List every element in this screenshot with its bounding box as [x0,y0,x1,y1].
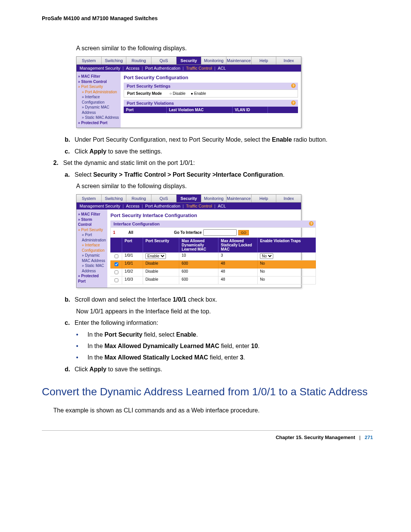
help-icon[interactable]: ? [291,83,296,88]
step-2c: Enter the following information: [75,319,373,327]
tab-monitoring[interactable]: Monitoring [201,195,226,202]
cell-portsec: Disable [143,268,179,276]
cell-port: 1/0/2 [122,268,143,276]
sidebar-item[interactable]: » Protected Port [78,273,106,284]
table-row: 1/0/1Enable103No [110,252,316,260]
cell-maxdyn: 600 [179,276,218,284]
subnav-management-security[interactable]: Management Security [80,204,120,208]
page-1[interactable]: 1 [113,230,128,235]
sidebar-item[interactable]: » Static MAC Address [78,263,106,273]
tab-switching[interactable]: Switching [102,195,127,202]
row-checkbox[interactable] [115,278,118,282]
tab-index[interactable]: Index [276,195,301,202]
tab-routing[interactable]: Routing [126,195,151,202]
step-b: Under Port Security Configuration, next … [75,136,373,144]
heading-body: The example is shown as CLI commands and… [53,406,373,415]
row-checkbox[interactable] [115,262,118,266]
sidebar-item[interactable]: » Port Security [78,227,106,233]
list-marker-b: b. [65,136,75,144]
radio-enable[interactable]: Enable [191,91,206,96]
col-maxdyn: Max Allowed Dynamically Learned MAC [179,238,218,252]
sidebar-item[interactable]: » Storm Control [78,79,119,85]
tab-qos[interactable]: QoS [151,57,177,64]
row-checkbox[interactable] [115,270,118,274]
tab-security[interactable]: Security [177,57,202,64]
tab-maintenance[interactable]: Maintenance [226,57,252,64]
cell-portsec[interactable]: Enable [143,252,179,260]
subnav-access[interactable]: Access [126,204,139,208]
step-2d: Click Apply to save the settings. [75,365,373,374]
cell-traps[interactable]: No [258,252,316,260]
radio-disable[interactable]: Disable [169,91,185,96]
table-row: 1/0/1Disable60048No [110,260,316,268]
tab-system[interactable]: System [76,195,102,202]
sidebar-item[interactable]: » Interface Configuration [78,243,106,253]
section-violations: Port Security Violations? [124,100,298,107]
screenshot-interface-config: SystemSwitchingRoutingQoSSecurityMonitor… [76,194,301,288]
subnav-access[interactable]: Access [126,66,139,70]
tab-security[interactable]: Security [177,195,202,202]
subnav-port-authentication[interactable]: Port Authentication [145,66,180,70]
tab-help[interactable]: Help [252,57,277,64]
help-icon[interactable]: ? [291,101,296,105]
tab-system[interactable]: System [76,57,102,64]
goto-input[interactable] [203,229,237,236]
subnav-acl[interactable]: ACL [218,66,226,70]
tab-index[interactable]: Index [276,57,301,64]
cell-traps: No [258,260,316,268]
bullet-icon: • [76,331,84,339]
bullet-3: In the Max Allowed Statically Locked MAC… [88,353,245,362]
tab-help[interactable]: Help [252,195,277,202]
col-maxstat: Max Allowed Statically Locked MAC [218,238,258,252]
screenshot-port-security-config: SystemSwitchingRoutingQoSSecurityMonitor… [76,56,301,128]
tab-qos[interactable]: QoS [151,195,177,202]
intro-text-2: A screen similar to the following displa… [76,182,373,190]
subnav-traffic-control[interactable]: Traffic Control [186,66,212,70]
sidebar-item[interactable]: » Dynamic MAC Address [78,105,119,115]
cell-maxdyn: 10 [179,252,218,260]
col-port: Port [122,238,143,252]
subnav-traffic-control[interactable]: Traffic Control [186,204,212,208]
sidebar-item[interactable]: » Interface Configuration [78,94,119,105]
cell-maxstat: 48 [218,268,258,276]
cell-traps: No [258,268,316,276]
tab-monitoring[interactable]: Monitoring [201,57,226,64]
tab-switching[interactable]: Switching [102,57,127,64]
sidebar-item[interactable]: » MAC Filter [78,212,106,217]
sidebar-item[interactable]: » Port Security [78,84,119,89]
cell-traps: No [258,276,316,284]
cell-maxstat: 48 [218,276,258,284]
col-port: Port [124,107,167,113]
sidebar-item[interactable]: » Port Administration [78,232,106,243]
list-marker-2a: a. [65,171,75,179]
subnav-acl[interactable]: ACL [218,204,226,208]
intro-text-1: A screen similar to the following displa… [76,44,373,53]
sidebar-item[interactable]: » MAC Filter [78,74,119,79]
pane-title: Port Security Configuration [124,75,298,80]
cell-maxstat: 48 [218,260,258,268]
tab-routing[interactable]: Routing [126,57,151,64]
tab-maintenance[interactable]: Maintenance [226,195,252,202]
subnav-port-authentication[interactable]: Port Authentication [145,204,180,208]
col-vlan: VLAN ID [233,107,268,113]
list-marker-2c: c. [65,319,75,327]
cell-maxdyn: 600 [179,268,218,276]
document-title: ProSafe M4100 and M7100 Managed Switches [42,15,373,21]
help-icon[interactable]: ? [309,221,314,226]
cell-portsec: Disable [143,260,179,268]
col-lastmac: Last Violation MAC [167,107,233,113]
subnav-management-security[interactable]: Management Security [80,66,120,70]
go-button[interactable]: GO [238,230,249,235]
sidebar-item[interactable]: » Protected Port [78,120,119,126]
page-all[interactable]: All [128,230,174,235]
sidebar-item[interactable]: » Port Administration [78,89,119,95]
sidebar-item[interactable]: » Dynamic MAC Address [78,253,106,263]
sidebar-item[interactable]: » Static MAC Address [78,115,119,120]
table-row: 1/0/2Disable60048No [110,268,316,276]
list-marker-c: c. [65,147,75,156]
table-row: 1/0/3Disable60048No [110,276,316,284]
bullet-icon: • [76,342,84,350]
step-2b-extra: Now 1/0/1 appears in the Interface field… [76,307,373,316]
sidebar-item[interactable]: » Storm Control [78,217,106,227]
row-checkbox[interactable] [115,254,118,258]
